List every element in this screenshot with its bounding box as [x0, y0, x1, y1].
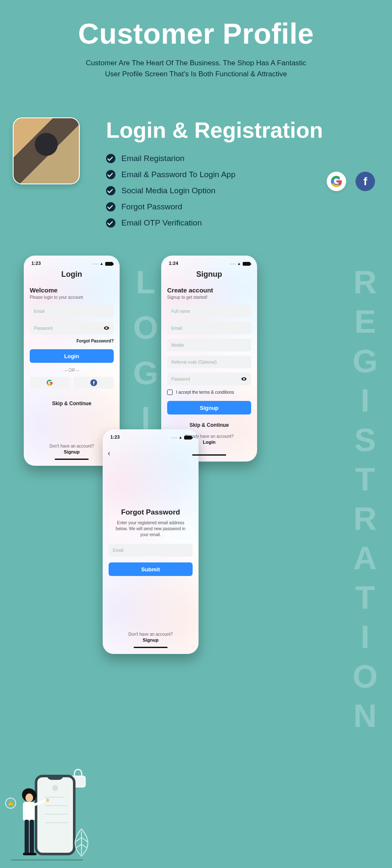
check-icon [106, 154, 115, 163]
feature-text: Forgot Password [121, 202, 182, 211]
status-time: 1:23 [110, 434, 120, 440]
forgot-description: Enter your registered email address belo… [112, 520, 189, 538]
fullname-field[interactable]: Full name [167, 305, 251, 317]
skip-link[interactable]: Skip & Continue [161, 422, 257, 428]
welcome-heading: Welcome [30, 287, 114, 294]
battery-icon [184, 436, 192, 440]
status-time: 1:24 [169, 261, 178, 266]
facebook-login-button[interactable] [74, 377, 114, 389]
password-field[interactable]: Password [30, 322, 114, 334]
email-placeholder: Email [171, 326, 182, 331]
or-divider: -- OR -- [24, 368, 120, 373]
wifi-icon [100, 261, 104, 266]
feature-item: Email OTP Verification [106, 218, 379, 228]
feature-item: Forgot Password [106, 202, 379, 211]
leaf-icon [70, 827, 93, 857]
home-indicator [134, 647, 168, 648]
skip-link[interactable]: Skip & Continue [24, 401, 120, 406]
registration-vertical-label: REGISTRATION [347, 264, 384, 737]
status-bar: 1:23 •••• [24, 260, 120, 267]
battery-icon [105, 262, 113, 266]
eye-icon[interactable] [104, 325, 109, 331]
mobile-field[interactable]: Mobile [167, 339, 251, 351]
terms-label: I accept the terms & conditions [176, 390, 234, 395]
check-icon [106, 170, 115, 179]
feature-text: Email Registarion [121, 154, 185, 163]
signal-icon: •••• [230, 262, 236, 266]
password-placeholder: Password [171, 377, 190, 381]
terms-checkbox[interactable] [167, 389, 173, 395]
check-icon [106, 202, 115, 211]
email-placeholder: Email [113, 548, 123, 553]
check-icon [106, 218, 115, 228]
status-bar: 1:23 •••• [103, 434, 199, 440]
status-bar: 1:24 •••• [161, 260, 257, 267]
signal-icon: •••• [171, 436, 178, 440]
create-account-subheading: Signup to get started! [167, 295, 251, 300]
signup-title: Signup [161, 270, 257, 279]
page-title: Customer Profile [0, 17, 392, 50]
email-field[interactable]: Email [109, 544, 193, 556]
eye-icon[interactable] [241, 376, 247, 382]
page-subtitle: Customer Are The Heart Of The Business. … [0, 58, 392, 79]
password-field[interactable]: Password [167, 373, 251, 385]
referral-field[interactable]: Referral code (Optional) [167, 356, 251, 368]
google-icon [330, 175, 343, 188]
feature-item: Email Registarion [106, 154, 379, 163]
feature-heading: Login & Registration [106, 117, 379, 143]
profile-photo [13, 117, 80, 184]
mobile-placeholder: Mobile [171, 343, 184, 348]
illustration: 👍 [5, 749, 94, 860]
check-icon [106, 186, 115, 195]
home-indicator [55, 459, 89, 460]
google-icon: G [327, 172, 346, 191]
feature-text: Email OTP Verification [121, 218, 202, 228]
email-field[interactable]: Email [167, 322, 251, 334]
forgot-title: Forgot Password [112, 508, 189, 517]
signup-screen: 1:24 •••• Signup Create account Signup t… [161, 256, 257, 462]
create-account-heading: Create account [167, 287, 251, 294]
person-illustration [13, 783, 42, 860]
signup-button[interactable]: Signup [167, 401, 251, 415]
google-login-button[interactable] [30, 377, 70, 389]
feature-text: Email & Password To Login App [121, 170, 235, 179]
feature-text: Social Media Login Option [121, 186, 216, 195]
back-icon[interactable]: ‹ [108, 449, 110, 458]
login-button[interactable]: Login [30, 349, 114, 363]
password-placeholder: Password [34, 326, 53, 331]
wifi-icon [179, 434, 182, 440]
login-title: Login [24, 270, 120, 279]
email-field[interactable]: Email [30, 305, 114, 317]
signup-link[interactable]: Signup [103, 637, 199, 643]
submit-button[interactable]: Submit [109, 562, 193, 576]
wifi-icon [237, 261, 241, 266]
referral-placeholder: Referral code (Optional) [171, 360, 217, 364]
forgot-password-link[interactable]: Forgot Password? [24, 334, 120, 343]
signup-prompt: Don't have an account? [103, 632, 199, 637]
email-placeholder: Email [34, 309, 45, 314]
signal-icon: •••• [92, 262, 99, 266]
forgot-password-screen: 1:23 •••• ‹ Forgot Password Enter your r… [103, 429, 199, 654]
status-time: 1:23 [31, 261, 41, 266]
fullname-placeholder: Full name [171, 309, 190, 314]
subtitle-line: Customer Are The Heart Of The Business. … [0, 58, 392, 69]
facebook-icon: f [356, 172, 375, 191]
welcome-subheading: Please login to your account [30, 295, 114, 300]
battery-icon [243, 262, 250, 266]
subtitle-line: User Profile Screen That's Is Both Funct… [0, 69, 392, 80]
